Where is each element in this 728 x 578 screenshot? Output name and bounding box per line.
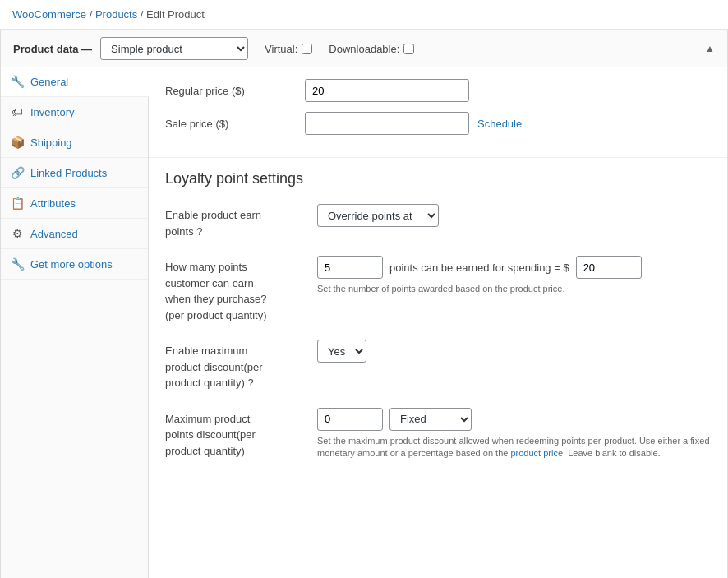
sidebar-item-get-more-options[interactable]: 🔧 Get more options	[1, 249, 148, 280]
regular-price-row: Regular price ($)	[165, 79, 711, 102]
shipping-icon: 📦	[11, 136, 24, 149]
sidebar-item-inventory[interactable]: 🏷 Inventory	[1, 97, 148, 127]
price-section: Regular price ($) Sale price ($) Schedul…	[149, 67, 727, 158]
schedule-link[interactable]: Schedule	[477, 118, 522, 130]
points-value-input[interactable]	[317, 256, 383, 279]
sidebar-item-linked-products[interactable]: 🔗 Linked Products	[1, 158, 148, 188]
virtual-checkbox-group: Virtual:	[265, 43, 312, 55]
downloadable-checkbox[interactable]	[403, 44, 414, 54]
sidebar-label-advanced: Advanced	[30, 228, 78, 240]
spending-value-input[interactable]	[576, 256, 642, 279]
breadcrumb-products[interactable]: Products	[95, 8, 137, 21]
earn-points-control: Override points at Use global settings D…	[317, 204, 711, 227]
sidebar-item-attributes[interactable]: 📋 Attributes	[1, 188, 148, 219]
max-product-discount-row: Maximum productpoints discount(perproduc…	[165, 408, 711, 460]
sidebar-label-shipping: Shipping	[30, 136, 72, 149]
sidebar-label-attributes: Attributes	[30, 197, 76, 210]
discount-value-input[interactable]	[317, 408, 383, 431]
regular-price-label: Regular price ($)	[165, 85, 297, 97]
points-middle-text: points can be earned for spending = $	[389, 261, 569, 274]
product-type-select[interactable]: Simple product Variable product Grouped …	[100, 37, 248, 60]
max-discount-label: Enable maximumproduct discount(perproduc…	[165, 340, 309, 391]
product-price-link[interactable]: product price	[510, 448, 563, 458]
breadcrumb-sep1: /	[90, 8, 95, 21]
sidebar-label-get-more-options: Get more options	[30, 258, 113, 271]
max-product-discount-label: Maximum productpoints discount(perproduc…	[165, 408, 309, 460]
max-product-discount-control: Fixed Percentage Set the maximum product…	[317, 408, 711, 460]
tag-icon: 🏷	[11, 105, 24, 118]
main-content: Regular price ($) Sale price ($) Schedul…	[149, 67, 727, 578]
more-options-icon: 🔧	[11, 257, 24, 271]
virtual-checkbox[interactable]	[302, 44, 312, 54]
virtual-label: Virtual:	[265, 43, 297, 55]
points-earn-label: How many pointscustomer can earnwhen the…	[165, 256, 309, 323]
max-discount-row: Enable maximumproduct discount(perproduc…	[165, 340, 711, 391]
breadcrumb-sep2: /	[141, 8, 146, 21]
points-earn-row: How many pointscustomer can earnwhen the…	[165, 256, 711, 323]
gear-icon: ⚙	[11, 227, 24, 240]
max-discount-help-text: Set the maximum product discount allowed…	[317, 435, 711, 460]
downloadable-label: Downloadable:	[329, 43, 399, 55]
breadcrumb-current: Edit Product	[146, 8, 205, 21]
product-data-label: Product data —	[13, 43, 92, 55]
earn-points-row: Enable product earnpoints ? Override poi…	[165, 204, 711, 239]
sidebar: 🔧 General 🏷 Inventory 📦 Shipping 🔗 Linke…	[1, 67, 149, 578]
product-data-header: Product data — Simple product Variable p…	[0, 30, 728, 67]
discount-row: Fixed Percentage	[317, 408, 711, 431]
discount-type-select[interactable]: Fixed Percentage	[389, 408, 472, 431]
link-icon: 🔗	[11, 166, 24, 179]
points-row: points can be earned for spending = $	[317, 256, 711, 279]
sale-price-row: Sale price ($) Schedule	[165, 112, 711, 135]
loyalty-section: Loyalty point settings Enable product ea…	[149, 158, 727, 488]
points-earn-control: points can be earned for spending = $ Se…	[317, 256, 711, 295]
breadcrumb-woocommerce[interactable]: WooCommerce	[12, 8, 86, 21]
product-data-body: 🔧 General 🏷 Inventory 📦 Shipping 🔗 Linke…	[0, 67, 728, 578]
sidebar-item-shipping[interactable]: 📦 Shipping	[1, 127, 148, 158]
points-help-text: Set the number of points awarded based o…	[317, 283, 711, 295]
regular-price-input[interactable]	[305, 79, 469, 102]
breadcrumb: WooCommerce / Products / Edit Product	[0, 0, 728, 30]
wrench-icon: 🔧	[11, 75, 24, 88]
sidebar-item-general[interactable]: 🔧 General	[1, 67, 149, 97]
sale-price-input[interactable]	[305, 112, 469, 135]
downloadable-checkbox-group: Downloadable:	[329, 43, 414, 55]
sale-price-label: Sale price ($)	[165, 118, 297, 130]
max-discount-control: Yes No	[317, 340, 711, 363]
sidebar-label-linked-products: Linked Products	[30, 167, 107, 179]
sidebar-label-inventory: Inventory	[30, 106, 74, 118]
sidebar-item-advanced[interactable]: ⚙ Advanced	[1, 219, 148, 249]
max-discount-select[interactable]: Yes No	[317, 340, 366, 363]
sidebar-label-general: General	[30, 76, 68, 88]
earn-points-select[interactable]: Override points at Use global settings D…	[317, 204, 439, 227]
earn-points-label: Enable product earnpoints ?	[165, 204, 309, 239]
collapse-arrow-icon[interactable]: ▲	[705, 43, 715, 54]
attributes-icon: 📋	[11, 197, 24, 210]
loyalty-title: Loyalty point settings	[165, 170, 711, 187]
